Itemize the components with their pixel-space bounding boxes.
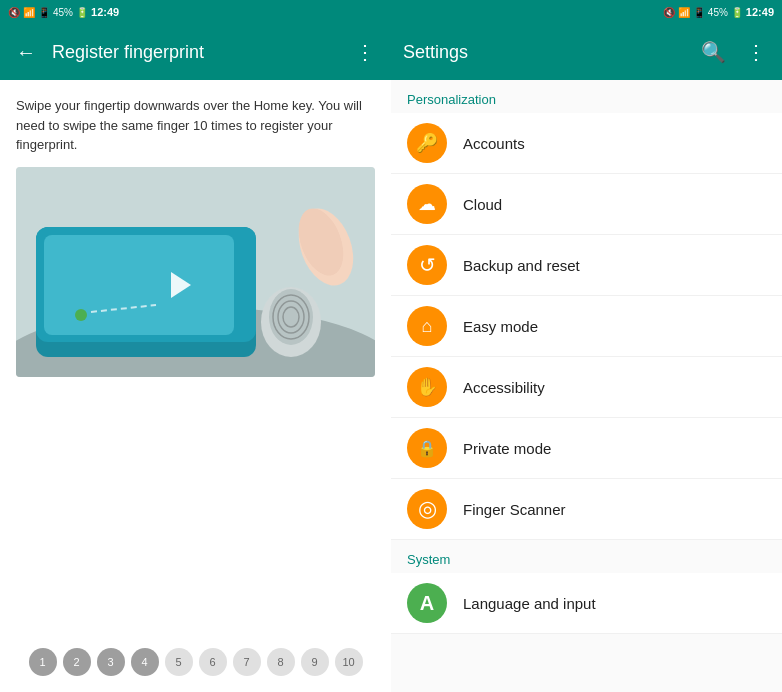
left-content: Swipe your fingertip downwards over the … — [0, 80, 391, 632]
progress-circles: 1 2 3 4 5 6 7 8 9 10 — [0, 632, 391, 692]
left-app-bar: ← Register fingerprint ⋮ — [0, 24, 391, 80]
cloud-icon: ☁ — [407, 184, 447, 224]
instruction-text: Swipe your fingertip downwards over the … — [16, 96, 375, 155]
wifi-icon: 📶 — [23, 7, 35, 18]
backup-icon: ↺ — [407, 245, 447, 285]
easy-mode-icon: ⌂ — [407, 306, 447, 346]
circle-8: 8 — [267, 648, 295, 676]
battery-icon-left: 🔋 — [76, 7, 88, 18]
right-menu-button[interactable]: ⋮ — [742, 36, 770, 68]
circle-3: 3 — [97, 648, 125, 676]
circle-5: 5 — [165, 648, 193, 676]
language-icon: A — [407, 583, 447, 623]
svg-rect-4 — [44, 235, 234, 335]
circle-4: 4 — [131, 648, 159, 676]
right-panel: 🔇 📶 📱 45% 🔋 12:49 Settings 🔍 ⋮ Personali… — [391, 0, 782, 692]
right-status-bar: 🔇 📶 📱 45% 🔋 12:49 — [391, 0, 782, 24]
battery-level-right: 45% — [708, 7, 728, 18]
circle-1: 1 — [29, 648, 57, 676]
accounts-label: Accounts — [463, 135, 525, 152]
accounts-icon: 🔑 — [407, 123, 447, 163]
easy-mode-item[interactable]: ⌂ Easy mode — [391, 296, 782, 357]
battery-level-left: 45% — [53, 7, 73, 18]
accounts-item[interactable]: 🔑 Accounts — [391, 113, 782, 174]
settings-list: Personalization 🔑 Accounts ☁ Cloud ↺ Bac… — [391, 80, 782, 692]
left-status-icons: 🔇 📶 📱 45% 🔋 12:49 — [8, 6, 119, 18]
right-status-icons: 🔇 📶 📱 45% 🔋 12:49 — [663, 6, 774, 18]
back-button[interactable]: ← — [12, 37, 40, 68]
signal-icon-right: 📱 — [693, 7, 705, 18]
battery-icon-right: 🔋 — [731, 7, 743, 18]
personalization-header: Personalization — [391, 80, 782, 113]
backup-reset-item[interactable]: ↺ Backup and reset — [391, 235, 782, 296]
mute-icon-right: 🔇 — [663, 7, 675, 18]
search-button[interactable]: 🔍 — [697, 36, 730, 68]
language-input-item[interactable]: A Language and input — [391, 573, 782, 634]
svg-point-9 — [269, 289, 313, 345]
accessibility-icon: ✋ — [407, 367, 447, 407]
fingerprint-illustration — [16, 167, 375, 377]
easy-mode-label: Easy mode — [463, 318, 538, 335]
left-app-bar-title: Register fingerprint — [52, 42, 339, 63]
private-mode-item[interactable]: 🔒 Private mode — [391, 418, 782, 479]
left-menu-button[interactable]: ⋮ — [351, 36, 379, 68]
left-status-time: 12:49 — [91, 6, 119, 18]
accessibility-item[interactable]: ✋ Accessibility — [391, 357, 782, 418]
cloud-item[interactable]: ☁ Cloud — [391, 174, 782, 235]
left-status-bar: 🔇 📶 📱 45% 🔋 12:49 — [0, 0, 391, 24]
right-status-time: 12:49 — [746, 6, 774, 18]
right-app-bar: Settings 🔍 ⋮ — [391, 24, 782, 80]
svg-point-6 — [75, 309, 87, 321]
settings-title: Settings — [403, 42, 685, 63]
mute-icon: 🔇 — [8, 7, 20, 18]
cloud-label: Cloud — [463, 196, 502, 213]
circle-2: 2 — [63, 648, 91, 676]
language-input-label: Language and input — [463, 595, 596, 612]
circle-9: 9 — [301, 648, 329, 676]
finger-scanner-item[interactable]: ◎ Finger Scanner — [391, 479, 782, 540]
finger-scanner-icon: ◎ — [407, 489, 447, 529]
accessibility-label: Accessibility — [463, 379, 545, 396]
circle-7: 7 — [233, 648, 261, 676]
circle-6: 6 — [199, 648, 227, 676]
finger-scanner-label: Finger Scanner — [463, 501, 566, 518]
circle-10: 10 — [335, 648, 363, 676]
left-panel: 🔇 📶 📱 45% 🔋 12:49 ← Register fingerprint… — [0, 0, 391, 692]
private-mode-icon: 🔒 — [407, 428, 447, 468]
wifi-icon-right: 📶 — [678, 7, 690, 18]
system-header: System — [391, 540, 782, 573]
private-mode-label: Private mode — [463, 440, 551, 457]
backup-reset-label: Backup and reset — [463, 257, 580, 274]
signal-icon: 📱 — [38, 7, 50, 18]
